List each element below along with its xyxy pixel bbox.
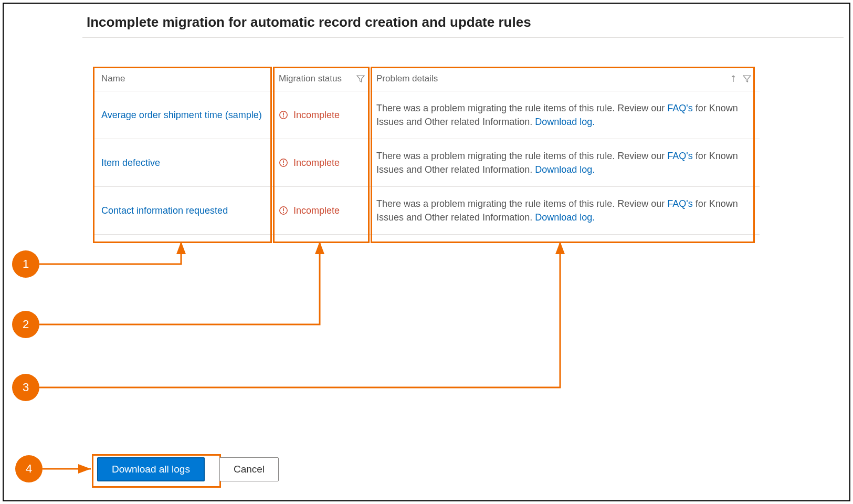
dialog-button-bar: Download all logs Cancel: [97, 457, 279, 481]
annotation-callout-4: 4: [15, 455, 43, 482]
annotation-callout-2: 2: [12, 311, 39, 338]
annotation-callout-1: 1: [12, 250, 39, 278]
annotation-callout-3: 3: [12, 374, 39, 401]
screenshot-frame: Incomplete migration for automatic recor…: [3, 3, 850, 501]
cancel-button[interactable]: Cancel: [219, 457, 279, 481]
annotation-connectors: [4, 4, 844, 502]
download-all-logs-button[interactable]: Download all logs: [97, 457, 205, 481]
